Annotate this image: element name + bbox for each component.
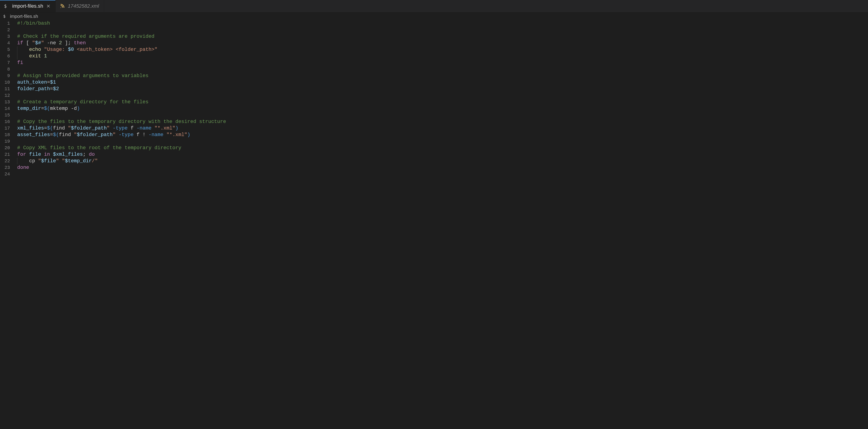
tab-import-files[interactable]: $ import-files.sh — [0, 0, 56, 12]
tab-label: import-files.sh — [12, 3, 43, 9]
line-number: 13 — [0, 99, 10, 105]
code-line[interactable] — [17, 66, 868, 72]
line-number: 15 — [0, 112, 10, 118]
minimap[interactable] — [843, 20, 868, 429]
line-number: 3 — [0, 33, 10, 40]
shell-file-icon: $ — [3, 14, 8, 19]
line-number-gutter: 123456789101112131415161718192021222324 — [0, 20, 14, 429]
code-line[interactable]: asset_files=$(find "$folder_path" -type … — [17, 131, 868, 138]
code-line[interactable]: # Create a temporary directory for the f… — [17, 99, 868, 105]
code-line[interactable] — [17, 92, 868, 99]
code-line[interactable]: #!/bin/bash — [17, 20, 868, 27]
tab-bar: $ import-files.sh 17452582.xml — [0, 0, 868, 12]
line-number: 10 — [0, 79, 10, 86]
breadcrumb[interactable]: $ import-files.sh — [0, 12, 868, 20]
code-line[interactable] — [17, 112, 868, 118]
tab-xml-file[interactable]: 17452582.xml — [56, 0, 104, 12]
line-number: 5 — [0, 46, 10, 53]
editor[interactable]: 123456789101112131415161718192021222324 … — [0, 20, 868, 429]
code-line[interactable]: auth_token=$1 — [17, 79, 868, 86]
code-line[interactable]: cp "$file" "$temp_dir/" — [17, 158, 868, 164]
code-line[interactable]: echo "Usage: $0 <auth_token> <folder_pat… — [17, 46, 868, 53]
line-number: 23 — [0, 164, 10, 171]
code-line[interactable]: for file in $xml_files; do — [17, 151, 868, 158]
tab-label: 17452582.xml — [68, 3, 99, 9]
line-number: 14 — [0, 105, 10, 112]
code-line[interactable]: xml_files=$(find "$folder_path" -type f … — [17, 125, 868, 131]
code-line[interactable]: if [ "$#" -ne 2 ]; then — [17, 40, 868, 46]
breadcrumb-label: import-files.sh — [10, 14, 38, 19]
code-area[interactable]: #!/bin/bash# Check if the required argum… — [14, 20, 868, 429]
line-number: 4 — [0, 40, 10, 46]
code-line[interactable]: # Copy XML files to the root of the temp… — [17, 145, 868, 151]
code-line[interactable] — [17, 138, 868, 145]
code-line[interactable]: done — [17, 164, 868, 171]
line-number: 19 — [0, 138, 10, 145]
line-number: 21 — [0, 151, 10, 158]
code-line[interactable]: exit 1 — [17, 53, 868, 59]
code-line[interactable] — [17, 27, 868, 33]
line-number: 12 — [0, 92, 10, 99]
code-line[interactable]: folder_path=$2 — [17, 86, 868, 92]
line-number: 8 — [0, 66, 10, 72]
line-number: 20 — [0, 145, 10, 151]
svg-text:$: $ — [3, 14, 6, 19]
rss-icon — [60, 4, 65, 8]
line-number: 22 — [0, 158, 10, 164]
code-line[interactable]: # Check if the required arguments are pr… — [17, 33, 868, 40]
code-line[interactable] — [17, 171, 868, 178]
code-line[interactable]: # Copy the files to the temporary direct… — [17, 118, 868, 125]
code-line[interactable]: # Assign the provided arguments to varia… — [17, 72, 868, 79]
line-number: 24 — [0, 171, 10, 178]
code-line[interactable]: fi — [17, 59, 868, 66]
shell-file-icon: $ — [4, 4, 9, 8]
line-number: 16 — [0, 118, 10, 125]
line-number: 17 — [0, 125, 10, 131]
line-number: 2 — [0, 27, 10, 33]
line-number: 11 — [0, 86, 10, 92]
line-number: 18 — [0, 131, 10, 138]
line-number: 6 — [0, 53, 10, 59]
line-number: 9 — [0, 72, 10, 79]
svg-text:$: $ — [4, 4, 7, 8]
line-number: 1 — [0, 20, 10, 27]
close-icon[interactable] — [46, 4, 51, 8]
line-number: 7 — [0, 59, 10, 66]
code-line[interactable]: temp_dir=$(mktemp -d) — [17, 105, 868, 112]
